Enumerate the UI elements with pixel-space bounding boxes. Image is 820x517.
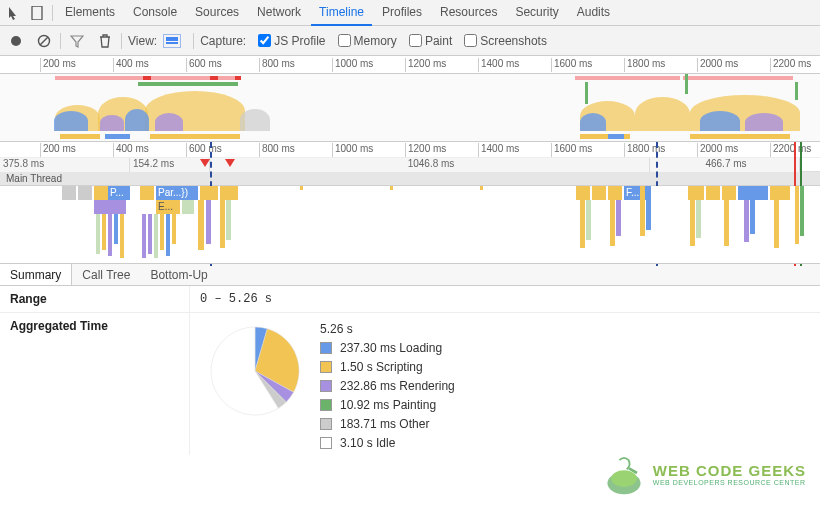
frames-row[interactable]: 375.8 ms 154.2 ms 1046.8 ms 466.7 ms xyxy=(0,158,820,172)
watermark-subtitle: WEB DEVELOPERS RESOURCE CENTER xyxy=(653,479,806,486)
filter-icon[interactable] xyxy=(65,29,89,53)
aggregate-total: 5.26 s xyxy=(320,322,353,336)
detail-ruler[interactable]: 200 ms400 ms600 ms800 ms1000 ms1200 ms14… xyxy=(0,142,820,158)
tab-calltree[interactable]: Call Tree xyxy=(72,264,140,285)
capture-jsprofile[interactable]: JS Profile xyxy=(258,34,325,48)
overview-panel[interactable] xyxy=(0,74,820,142)
frame-time: 1046.8 ms xyxy=(213,158,649,169)
tab-timeline[interactable]: Timeline xyxy=(311,0,372,26)
range-label: Range xyxy=(0,286,190,312)
flame-block[interactable]: Par...}) xyxy=(156,186,198,200)
capture-label: Capture: xyxy=(200,34,246,48)
svg-rect-0 xyxy=(32,6,42,20)
flame-block[interactable]: P... xyxy=(108,186,130,200)
device-mode-icon[interactable] xyxy=(26,2,48,24)
view-mode-button[interactable] xyxy=(163,34,181,48)
capture-paint[interactable]: Paint xyxy=(409,34,452,48)
frame-time: 154.2 ms xyxy=(133,158,174,169)
tab-console[interactable]: Console xyxy=(125,0,185,26)
clear-icon[interactable] xyxy=(32,29,56,53)
tab-security[interactable]: Security xyxy=(507,0,566,26)
main-thread-label: Main Thread xyxy=(0,172,820,186)
tab-network[interactable]: Network xyxy=(249,0,309,26)
tab-sources[interactable]: Sources xyxy=(187,0,247,26)
overview-ruler[interactable]: 200 ms400 ms600 ms800 ms1000 ms1200 ms14… xyxy=(0,56,820,74)
svg-point-5 xyxy=(611,470,637,487)
frame-time: 466.7 ms xyxy=(705,158,746,169)
tab-profiles[interactable]: Profiles xyxy=(374,0,430,26)
svg-point-1 xyxy=(11,36,21,46)
frame-marker-icon xyxy=(225,159,235,167)
watermark-logo: WEB CODE GEEKS WEB DEVELOPERS RESOURCE C… xyxy=(601,451,806,497)
inspect-icon[interactable] xyxy=(4,2,26,24)
svg-line-3 xyxy=(40,37,48,45)
capture-memory[interactable]: Memory xyxy=(338,34,397,48)
frame-marker-icon xyxy=(200,159,210,167)
tab-audits[interactable]: Audits xyxy=(569,0,618,26)
summary-panel: Range 0 – 5.26 s Aggregated Time 5.26 s … xyxy=(0,286,820,455)
tab-resources[interactable]: Resources xyxy=(432,0,505,26)
devtools-top-bar: Elements Console Sources Network Timelin… xyxy=(0,0,820,26)
details-tabs: Summary Call Tree Bottom-Up xyxy=(0,264,820,286)
aggregate-legend: 5.26 s 237.30 ms Loading1.50 s Scripting… xyxy=(320,317,455,455)
aggregated-label: Aggregated Time xyxy=(0,313,190,455)
watermark-title: WEB CODE GEEKS xyxy=(653,462,806,479)
trash-icon[interactable] xyxy=(93,29,117,53)
view-label: View: xyxy=(128,34,157,48)
capture-screenshots[interactable]: Screenshots xyxy=(464,34,547,48)
flame-chart[interactable]: P... Par...}) E... F... xyxy=(0,186,820,264)
timeline-toolbar: View: Capture: JS Profile Memory Paint S… xyxy=(0,26,820,56)
tab-bottomup[interactable]: Bottom-Up xyxy=(140,264,217,285)
tab-summary[interactable]: Summary xyxy=(0,264,72,285)
range-value: 0 – 5.26 s xyxy=(190,286,282,312)
devtools-tabs: Elements Console Sources Network Timelin… xyxy=(57,0,618,26)
frame-time: 375.8 ms xyxy=(3,158,44,169)
tab-elements[interactable]: Elements xyxy=(57,0,123,26)
record-icon[interactable] xyxy=(4,29,28,53)
flame-block[interactable]: E... xyxy=(156,200,180,214)
aggregate-pie-chart xyxy=(190,317,320,455)
